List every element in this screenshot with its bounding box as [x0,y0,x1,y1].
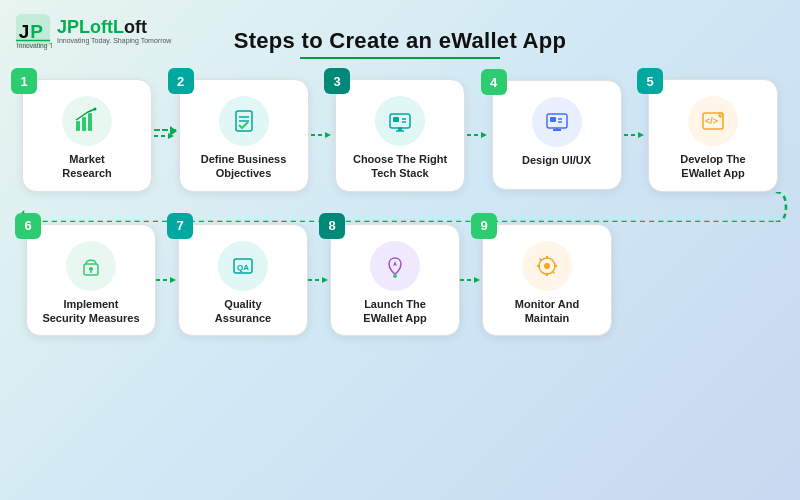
svg-text:J: J [19,21,30,42]
step-8-card: 8 Launch TheEWallet App [330,224,460,337]
svg-marker-42 [170,277,176,283]
step-4-number: 4 [481,69,507,95]
svg-point-8 [94,108,97,111]
step-7-icon: QA [218,241,268,291]
step-2-card: 2 Define BusinessObjectives [179,79,309,192]
step-4-label: Design UI/UX [522,153,591,167]
svg-line-57 [540,258,542,260]
logo-text: JPLoftLoft [57,18,171,36]
step-9-label: Monitor AndMaintain [515,297,579,326]
svg-marker-46 [322,277,328,283]
arrow-8-9 [460,278,482,282]
row-connector-svg [12,192,788,222]
step-4-icon [532,97,582,147]
svg-point-48 [393,274,397,278]
step-9-number: 9 [471,213,497,239]
svg-marker-15 [325,132,331,138]
svg-rect-7 [88,113,92,131]
arrow-2-3 [311,133,333,137]
svg-rect-17 [393,117,399,122]
step-2-icon [219,96,269,146]
step-7-label: QualityAssurance [215,297,271,326]
step-7-card: 7 QA QualityAssurance [178,224,308,337]
svg-point-39 [89,267,93,271]
logo: J P Innovating Today JPLoftLoft Innovati… [14,12,171,50]
svg-marker-31 [638,132,644,138]
step-8-number: 8 [319,213,345,239]
svg-marker-10 [168,133,174,139]
svg-marker-23 [481,132,487,138]
arrow-4-5 [624,133,646,137]
arrow-6-7 [156,278,178,282]
svg-text:P: P [30,21,43,42]
step-6-card: 6 ImplementSecurity Measures [26,224,156,337]
svg-marker-50 [474,277,480,283]
step-1-icon [62,96,112,146]
step-1-label: MarketResearch [62,152,112,181]
steps-row-1: 1 MarketResearch [22,79,778,192]
steps-row-2: 6 ImplementSecurity Measures 7 [22,224,778,337]
step-5-label: Develop TheEWallet App [680,152,745,181]
step-1-card: 1 MarketResearch [22,79,152,192]
logo-icon: J P Innovating Today [14,12,52,50]
step-1-number: 1 [11,68,37,94]
svg-line-58 [552,271,554,273]
step-2-label: Define BusinessObjectives [201,152,287,181]
step-9-card: 9 Monitor AndMaintain [482,224,612,337]
svg-rect-27 [550,117,556,122]
arrow-1-2 [154,133,176,137]
svg-text:</>: </> [705,116,718,126]
step-6-label: ImplementSecurity Measures [42,297,139,326]
step-3-icon [375,96,425,146]
step-6-icon [66,241,116,291]
logo-tagline: Innovating Today. Shaping Tomorrow [57,37,171,44]
step-7-number: 7 [167,213,193,239]
arrow-3-4 [467,133,489,137]
step-3-number: 3 [324,68,350,94]
step-8-icon [370,241,420,291]
step-9-icon [522,241,572,291]
step-8-label: Launch TheEWallet App [363,297,426,326]
svg-text:Innovating Today: Innovating Today [17,42,52,50]
step-5-card: 5 </> Develop TheEWallet App [648,79,778,192]
step-3-card: 3 Choose The RightTech Stack [335,79,465,192]
step-5-icon: </> [688,96,738,146]
step-4-card: 4 Design UI/UX [492,80,622,190]
step-3-label: Choose The RightTech Stack [353,152,447,181]
svg-rect-5 [76,121,80,131]
step-5-number: 5 [637,68,663,94]
svg-text:QA: QA [237,263,249,272]
step-6-number: 6 [15,213,41,239]
step-2-number: 2 [168,68,194,94]
svg-point-34 [718,112,724,118]
svg-rect-6 [82,117,86,131]
arrow-7-8 [308,278,330,282]
svg-point-52 [544,263,550,269]
